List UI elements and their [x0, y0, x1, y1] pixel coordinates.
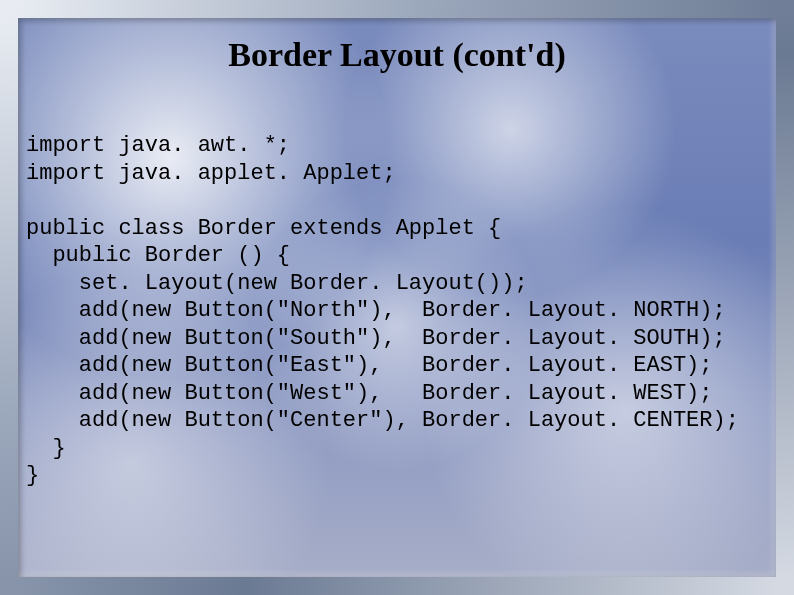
code-block: import java. awt. *; import java. applet…	[26, 132, 776, 490]
slide-frame: Border Layout (cont'd) import java. awt.…	[0, 0, 794, 595]
slide-title: Border Layout (cont'd)	[18, 36, 776, 74]
